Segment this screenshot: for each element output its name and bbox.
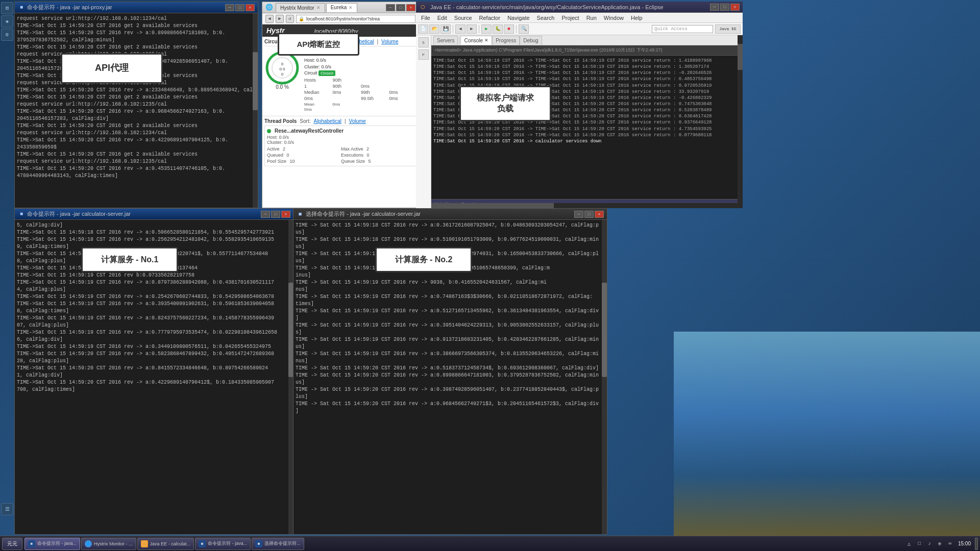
tab-console[interactable]: Console ✕ xyxy=(460,36,492,45)
tab-debug[interactable]: Debug xyxy=(520,36,542,45)
tb-save[interactable]: 💾 xyxy=(440,24,451,34)
sys-icon-1[interactable]: □ xyxy=(915,540,923,548)
browser-tab-eureka[interactable]: Eureka ✕ xyxy=(326,3,358,12)
tb-stop[interactable]: ■ xyxy=(504,24,514,34)
quick-access-input[interactable]: Quick Access xyxy=(652,25,713,33)
close-cmd2[interactable]: ✕ xyxy=(281,211,290,218)
threadpool-header: Thread Pools Sort: Alphabetical | Volume xyxy=(264,118,416,124)
maximize-btn-1[interactable]: □ xyxy=(235,4,244,11)
cmd-terminal-1: request service url:http://192.168.0.102… xyxy=(15,13,258,208)
sort-volume[interactable]: Volume xyxy=(381,39,398,44)
cmd-line: 5, calFlag:div] xyxy=(17,222,291,229)
cmd-line: TIME->Sat Oct 15 14:59:19 CST 2016 rev -… xyxy=(17,315,291,322)
eclipse-tabs: Servers Console ✕ Progress Debug xyxy=(431,35,743,45)
minimize-cmd2[interactable]: ─ xyxy=(261,211,270,218)
sys-icon-4[interactable]: ⌨ xyxy=(946,540,954,548)
browser-addressbar: ◀ ▶ ↺ 🔒 localhost:8010/hystrix/monitor?s… xyxy=(262,13,419,24)
menu-window[interactable]: Window xyxy=(601,14,627,22)
tb-forward[interactable]: ▶ xyxy=(467,24,477,34)
cmd-line: TIME->Sat Oct 15 14:59:20 CST 2016 rev -… xyxy=(17,379,291,386)
eclipse-servers-btn[interactable]: S xyxy=(419,37,429,47)
taskbar-btn-2[interactable]: 🌐 Hystrix Monitor - ... xyxy=(81,538,136,550)
minimize-eclipse[interactable]: ─ xyxy=(710,4,719,11)
sidebar-icon-3[interactable]: ⚙ xyxy=(1,29,13,41)
cmd-controls-1: ─ □ ✕ xyxy=(225,4,255,11)
scrollbar-cmd1[interactable] xyxy=(253,13,258,208)
console-line: TIME:Sat Oct 15 14:59:19 CST 2016 -> TIM… xyxy=(433,58,741,64)
menu-navigate[interactable]: Navigate xyxy=(504,14,532,22)
tab-progress[interactable]: Progress xyxy=(492,36,520,45)
taskbar-btn-4[interactable]: ■ 命令提示符 - java... xyxy=(195,538,251,550)
tp-sort-alpha[interactable]: Alphabetical xyxy=(313,118,341,124)
maximize-cmd3[interactable]: □ xyxy=(584,211,594,218)
console-close-icon[interactable]: ✕ xyxy=(484,38,488,43)
minimize-hystrix[interactable]: ─ xyxy=(386,4,395,11)
cmd-line: TIME -> Sat Oct 15 14:59:20 CST 2016 rev… xyxy=(296,365,605,372)
taskbar-btn-3[interactable]: ◯ Java EE - calculat... xyxy=(137,538,194,550)
menu-refactor[interactable]: Refactor xyxy=(476,14,504,22)
sys-icon-3[interactable]: ⊕ xyxy=(936,540,944,548)
cmd-line: TIME->Sat Oct 15 14:59:19 CST 2016 rev -… xyxy=(17,293,291,300)
menu-run[interactable]: Run xyxy=(583,14,600,22)
tab-close-eureka[interactable]: ✕ xyxy=(349,5,353,10)
eclipse-pkg-btn[interactable]: P xyxy=(419,49,429,60)
close-eclipse[interactable]: ✕ xyxy=(730,4,740,11)
tb-run[interactable]: ▶ xyxy=(481,24,492,34)
eclipse-scrollbar[interactable] xyxy=(738,45,743,199)
maximize-cmd2[interactable]: □ xyxy=(271,211,280,218)
menu-help[interactable]: Help xyxy=(628,14,646,22)
tb-perspective[interactable]: Java EE xyxy=(715,24,741,34)
cmd-line: ] xyxy=(296,408,605,415)
url-bar[interactable]: 🔒 localhost:8010/hystrix/monitor?strea xyxy=(296,15,415,23)
tab-servers[interactable]: Servers xyxy=(433,36,458,45)
maximize-eclipse[interactable]: □ xyxy=(720,4,729,11)
cmd-line: 47884409964483143, calFlag:times] xyxy=(17,172,256,180)
taskbar-btn-1[interactable]: ■ 命令提示符 - java... xyxy=(24,538,80,550)
close-hystrix[interactable]: ✕ xyxy=(406,4,415,11)
cmd-line: us] xyxy=(296,379,605,386)
minimize-btn-1[interactable]: ─ xyxy=(225,4,234,11)
sidebar-icon-4[interactable]: ☰ xyxy=(1,503,13,515)
minimize-cmd3[interactable]: ─ xyxy=(574,211,583,218)
menu-project[interactable]: Project xyxy=(558,14,582,22)
cmd-line: TIME->Sat Oct 15 14:59:20 CST 2016 rev -… xyxy=(17,350,291,358)
sys-icon-uac[interactable]: △ xyxy=(905,540,913,548)
tb-debug[interactable]: 🐛 xyxy=(493,24,503,34)
scrollbar-cmd3[interactable] xyxy=(602,220,607,534)
sys-icon-2[interactable]: ♪ xyxy=(925,540,934,548)
api-proxy-label: API代理 xyxy=(61,53,163,84)
calc-service-1-label: 计算服务 - No.1 xyxy=(81,247,178,272)
menu-file[interactable]: File xyxy=(418,14,433,22)
taskbar-clock[interactable]: 15:00 xyxy=(958,540,971,547)
nav-refresh[interactable]: ↺ xyxy=(286,15,294,23)
close-cmd3[interactable]: ✕ xyxy=(595,211,604,218)
tp-sort-volume[interactable]: Volume xyxy=(349,118,366,124)
cmd-icon-1: ■ xyxy=(18,4,25,11)
show-desktop-button[interactable] xyxy=(975,538,978,550)
cmd-controls-3: ─ □ ✕ xyxy=(574,211,604,218)
tb-back[interactable]: ◀ xyxy=(455,24,465,34)
eclipse-icon: ◯ xyxy=(419,4,426,11)
tb-search[interactable]: 🔍 xyxy=(519,24,529,34)
tb-open[interactable]: 📂 xyxy=(429,24,439,34)
cmd-title-1: 命令提示符 - java -jar api-proxy.jar xyxy=(27,4,225,11)
close-btn-1[interactable]: ✕ xyxy=(246,4,255,11)
sidebar-icon-2[interactable]: ◈ xyxy=(1,15,13,28)
nav-back[interactable]: ◀ xyxy=(265,15,274,23)
taskbar-btn-5[interactable]: ■ 选择命令提示符... xyxy=(252,538,304,550)
tb-new[interactable]: 📄 xyxy=(418,24,428,34)
tab-close-hystrix[interactable]: ✕ xyxy=(316,5,321,10)
sidebar-icon-1[interactable]: ⊞ xyxy=(1,2,13,14)
cmd-window-calc-server-2: ■ 选择命令提示符 - java -jar calculator-server.… xyxy=(293,208,607,535)
browser-tab-hystrix[interactable]: Hystrix Monitor ✕ xyxy=(276,3,325,12)
start-button[interactable]: 元元 xyxy=(2,538,22,550)
maximize-hystrix[interactable]: □ xyxy=(396,4,405,11)
menu-source[interactable]: Source xyxy=(451,14,475,22)
menu-search[interactable]: Search xyxy=(534,14,558,22)
menu-edit[interactable]: Edit xyxy=(434,14,450,22)
cmd-line: 2045116546157283, calFlag:div] xyxy=(17,115,256,122)
cmd-line: 1, calFlag:div] xyxy=(17,372,291,379)
eclipse-title: Java EE - calculator-service/src/main/ja… xyxy=(430,4,708,10)
nav-forward[interactable]: ▶ xyxy=(276,15,284,23)
tp-dot xyxy=(267,129,271,133)
